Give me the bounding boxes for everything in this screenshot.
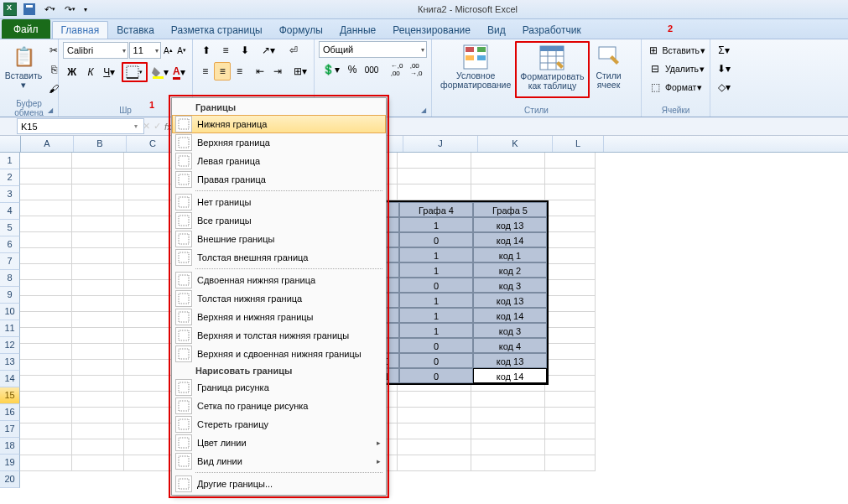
table-cell[interactable]: код 13: [473, 217, 547, 232]
cell[interactable]: [20, 232, 72, 248]
row-header[interactable]: 2: [0, 169, 20, 186]
table-cell[interactable]: 1: [399, 247, 473, 262]
cell[interactable]: [72, 200, 124, 216]
clear-button[interactable]: ◇▾: [715, 78, 733, 96]
cell[interactable]: [398, 184, 471, 200]
cell[interactable]: [545, 169, 596, 184]
align-middle-button[interactable]: ≡: [216, 41, 235, 60]
cell[interactable]: [545, 232, 596, 248]
cell[interactable]: [545, 328, 596, 344]
row-header[interactable]: 1: [0, 153, 20, 169]
tab-view[interactable]: Вид: [479, 22, 514, 39]
table-cell[interactable]: 0: [399, 368, 473, 383]
cell[interactable]: [124, 408, 176, 423]
cell[interactable]: [471, 184, 545, 200]
cell[interactable]: [72, 423, 124, 439]
cell[interactable]: [471, 392, 545, 408]
cell[interactable]: [72, 376, 124, 392]
row-header[interactable]: 15: [0, 387, 20, 404]
row-header[interactable]: 11: [0, 320, 20, 337]
cell[interactable]: [398, 408, 471, 423]
menu-item[interactable]: Верхняя граница: [172, 133, 386, 152]
row-header[interactable]: 9: [0, 287, 20, 304]
decrease-indent-button[interactable]: ⇤: [252, 62, 268, 81]
font-color-button[interactable]: А▾: [170, 63, 188, 81]
row-header[interactable]: 14: [0, 371, 20, 387]
cell[interactable]: [398, 153, 471, 169]
cell[interactable]: [72, 439, 124, 455]
fill-color-button[interactable]: ▾: [151, 63, 169, 81]
cell[interactable]: [20, 392, 72, 408]
row-header[interactable]: 13: [0, 354, 20, 371]
table-cell[interactable]: 1: [399, 262, 473, 278]
increase-decimal-button[interactable]: ←,0,00: [388, 60, 406, 79]
table-cell[interactable]: 0: [399, 353, 473, 368]
cell[interactable]: [124, 200, 176, 216]
cell[interactable]: [124, 423, 176, 439]
cell[interactable]: [545, 184, 596, 200]
cell[interactable]: [72, 392, 124, 408]
cell[interactable]: [124, 376, 176, 392]
row-header[interactable]: 19: [0, 455, 20, 471]
cell[interactable]: [545, 296, 596, 312]
cell[interactable]: [20, 184, 72, 200]
cell[interactable]: [545, 455, 596, 471]
row-header[interactable]: 16: [0, 404, 20, 421]
cell[interactable]: [72, 280, 124, 296]
menu-item[interactable]: Сдвоенная нижняя граница: [172, 271, 386, 289]
menu-item[interactable]: Внешние границы: [172, 230, 386, 248]
row-header[interactable]: 7: [0, 253, 20, 270]
tab-data[interactable]: Данные: [331, 22, 384, 39]
table-cell[interactable]: 1: [399, 323, 473, 338]
decrease-decimal-button[interactable]: ,00→,0: [407, 60, 425, 79]
cell[interactable]: [545, 200, 596, 216]
column-header[interactable]: K: [478, 136, 553, 152]
menu-item[interactable]: Толстая нижняя граница: [172, 289, 386, 308]
cell[interactable]: [124, 280, 176, 296]
align-left-button[interactable]: ≡: [197, 62, 213, 81]
table-cell[interactable]: код 14: [473, 232, 547, 247]
cell-styles-button[interactable]: Стили ячеек: [590, 41, 628, 98]
fill-button[interactable]: ⬇▾: [715, 60, 733, 78]
cell[interactable]: [545, 376, 596, 392]
cell[interactable]: [72, 153, 124, 169]
align-center-button[interactable]: ≡: [214, 62, 230, 81]
row-header[interactable]: 18: [0, 438, 20, 455]
table-cell[interactable]: код 1: [473, 247, 547, 262]
table-cell[interactable]: код 14: [473, 368, 547, 383]
table-cell[interactable]: код 4: [473, 338, 547, 353]
borders-button[interactable]: ▾: [122, 62, 148, 82]
cell[interactable]: [20, 344, 72, 360]
row-header[interactable]: 4: [0, 203, 20, 220]
font-size-combo[interactable]: 11: [129, 42, 161, 59]
cell[interactable]: [72, 344, 124, 360]
table-cell[interactable]: 1: [399, 293, 473, 308]
tab-page-layout[interactable]: Разметка страницы: [163, 22, 271, 39]
cell[interactable]: [20, 312, 72, 328]
menu-item[interactable]: Верхняя и толстая нижняя границы: [172, 326, 386, 345]
cell[interactable]: [124, 344, 176, 360]
table-header[interactable]: Графа 5: [473, 202, 547, 217]
percent-button[interactable]: %: [343, 60, 362, 79]
italic-button[interactable]: К: [81, 63, 99, 81]
conditional-formatting-button[interactable]: Условное форматирование: [436, 41, 515, 98]
row-header[interactable]: 3: [0, 186, 20, 203]
cell[interactable]: [124, 392, 176, 408]
cell[interactable]: [20, 360, 72, 376]
cell[interactable]: [471, 423, 545, 439]
menu-item[interactable]: Нет границы: [172, 193, 386, 211]
cell[interactable]: [545, 423, 596, 439]
cell[interactable]: [72, 216, 124, 232]
cell[interactable]: [545, 344, 596, 360]
cell[interactable]: [398, 439, 471, 455]
menu-item[interactable]: Толстая внешняя граница: [172, 248, 386, 267]
delete-cells-button[interactable]: Удалить: [665, 64, 699, 74]
tab-insert[interactable]: Вставка: [108, 22, 163, 39]
cell[interactable]: [72, 312, 124, 328]
shrink-font-button[interactable]: A▾: [175, 41, 188, 60]
bold-button[interactable]: Ж: [63, 63, 81, 81]
menu-item[interactable]: Вид линии▸: [172, 452, 386, 470]
cell[interactable]: [545, 264, 596, 280]
table-cell[interactable]: код 14: [473, 308, 547, 323]
cell[interactable]: [545, 216, 596, 232]
